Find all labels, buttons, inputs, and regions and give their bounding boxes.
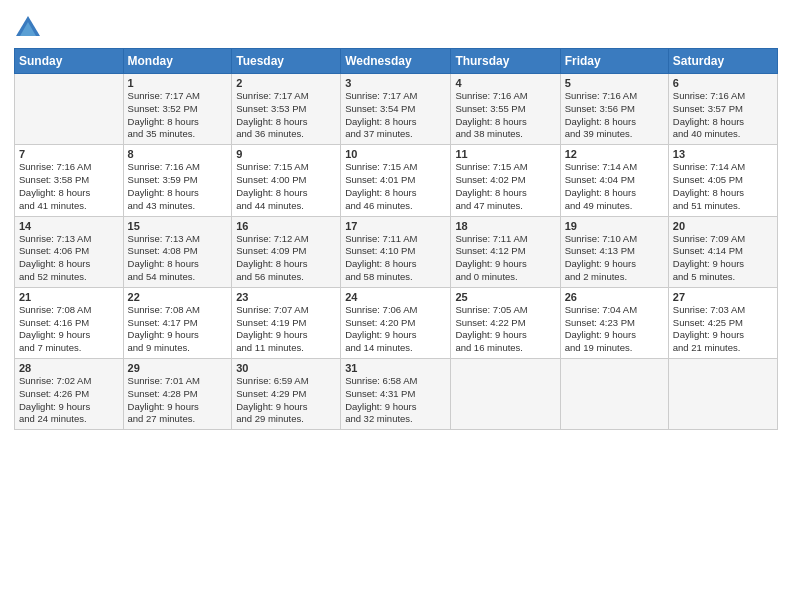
day-info: Sunrise: 7:02 AMSunset: 4:26 PMDaylight:…	[19, 375, 119, 426]
day-number: 31	[345, 362, 446, 374]
day-info: Sunrise: 7:08 AMSunset: 4:17 PMDaylight:…	[128, 304, 228, 355]
day-info: Sunrise: 7:10 AMSunset: 4:13 PMDaylight:…	[565, 233, 664, 284]
day-cell: 21Sunrise: 7:08 AMSunset: 4:16 PMDayligh…	[15, 287, 124, 358]
day-info: Sunrise: 7:13 AMSunset: 4:08 PMDaylight:…	[128, 233, 228, 284]
day-cell: 9Sunrise: 7:15 AMSunset: 4:00 PMDaylight…	[232, 145, 341, 216]
day-cell: 19Sunrise: 7:10 AMSunset: 4:13 PMDayligh…	[560, 216, 668, 287]
day-number: 3	[345, 77, 446, 89]
day-info: Sunrise: 7:17 AMSunset: 3:54 PMDaylight:…	[345, 90, 446, 141]
logo-icon	[14, 14, 42, 42]
day-info: Sunrise: 7:17 AMSunset: 3:52 PMDaylight:…	[128, 90, 228, 141]
day-info: Sunrise: 7:01 AMSunset: 4:28 PMDaylight:…	[128, 375, 228, 426]
calendar-table: SundayMondayTuesdayWednesdayThursdayFrid…	[14, 48, 778, 430]
day-cell: 7Sunrise: 7:16 AMSunset: 3:58 PMDaylight…	[15, 145, 124, 216]
day-number: 11	[455, 148, 555, 160]
week-row-3: 14Sunrise: 7:13 AMSunset: 4:06 PMDayligh…	[15, 216, 778, 287]
day-info: Sunrise: 7:17 AMSunset: 3:53 PMDaylight:…	[236, 90, 336, 141]
day-info: Sunrise: 7:16 AMSunset: 3:59 PMDaylight:…	[128, 161, 228, 212]
logo	[14, 14, 44, 42]
day-cell: 4Sunrise: 7:16 AMSunset: 3:55 PMDaylight…	[451, 74, 560, 145]
day-info: Sunrise: 7:08 AMSunset: 4:16 PMDaylight:…	[19, 304, 119, 355]
day-cell: 17Sunrise: 7:11 AMSunset: 4:10 PMDayligh…	[341, 216, 451, 287]
day-number: 24	[345, 291, 446, 303]
day-cell	[15, 74, 124, 145]
day-number: 25	[455, 291, 555, 303]
col-header-sunday: Sunday	[15, 49, 124, 74]
day-info: Sunrise: 7:03 AMSunset: 4:25 PMDaylight:…	[673, 304, 773, 355]
day-number: 28	[19, 362, 119, 374]
day-cell: 12Sunrise: 7:14 AMSunset: 4:04 PMDayligh…	[560, 145, 668, 216]
col-header-thursday: Thursday	[451, 49, 560, 74]
day-cell: 15Sunrise: 7:13 AMSunset: 4:08 PMDayligh…	[123, 216, 232, 287]
day-cell: 3Sunrise: 7:17 AMSunset: 3:54 PMDaylight…	[341, 74, 451, 145]
day-info: Sunrise: 7:15 AMSunset: 4:02 PMDaylight:…	[455, 161, 555, 212]
day-info: Sunrise: 7:04 AMSunset: 4:23 PMDaylight:…	[565, 304, 664, 355]
page-container: SundayMondayTuesdayWednesdayThursdayFrid…	[0, 0, 792, 440]
day-number: 2	[236, 77, 336, 89]
day-info: Sunrise: 7:15 AMSunset: 4:00 PMDaylight:…	[236, 161, 336, 212]
day-cell: 27Sunrise: 7:03 AMSunset: 4:25 PMDayligh…	[668, 287, 777, 358]
day-cell: 22Sunrise: 7:08 AMSunset: 4:17 PMDayligh…	[123, 287, 232, 358]
day-info: Sunrise: 7:12 AMSunset: 4:09 PMDaylight:…	[236, 233, 336, 284]
day-number: 12	[565, 148, 664, 160]
day-number: 18	[455, 220, 555, 232]
day-number: 22	[128, 291, 228, 303]
day-number: 26	[565, 291, 664, 303]
day-cell: 8Sunrise: 7:16 AMSunset: 3:59 PMDaylight…	[123, 145, 232, 216]
week-row-1: 1Sunrise: 7:17 AMSunset: 3:52 PMDaylight…	[15, 74, 778, 145]
header-row: SundayMondayTuesdayWednesdayThursdayFrid…	[15, 49, 778, 74]
day-cell: 1Sunrise: 7:17 AMSunset: 3:52 PMDaylight…	[123, 74, 232, 145]
day-info: Sunrise: 7:11 AMSunset: 4:10 PMDaylight:…	[345, 233, 446, 284]
day-number: 10	[345, 148, 446, 160]
day-number: 5	[565, 77, 664, 89]
day-info: Sunrise: 7:13 AMSunset: 4:06 PMDaylight:…	[19, 233, 119, 284]
day-number: 17	[345, 220, 446, 232]
day-number: 16	[236, 220, 336, 232]
day-cell: 2Sunrise: 7:17 AMSunset: 3:53 PMDaylight…	[232, 74, 341, 145]
day-cell: 29Sunrise: 7:01 AMSunset: 4:28 PMDayligh…	[123, 359, 232, 430]
day-info: Sunrise: 7:16 AMSunset: 3:55 PMDaylight:…	[455, 90, 555, 141]
day-cell: 20Sunrise: 7:09 AMSunset: 4:14 PMDayligh…	[668, 216, 777, 287]
day-cell: 14Sunrise: 7:13 AMSunset: 4:06 PMDayligh…	[15, 216, 124, 287]
day-number: 1	[128, 77, 228, 89]
day-cell	[560, 359, 668, 430]
day-info: Sunrise: 7:14 AMSunset: 4:05 PMDaylight:…	[673, 161, 773, 212]
day-info: Sunrise: 7:06 AMSunset: 4:20 PMDaylight:…	[345, 304, 446, 355]
day-number: 21	[19, 291, 119, 303]
day-cell	[451, 359, 560, 430]
day-cell: 16Sunrise: 7:12 AMSunset: 4:09 PMDayligh…	[232, 216, 341, 287]
week-row-4: 21Sunrise: 7:08 AMSunset: 4:16 PMDayligh…	[15, 287, 778, 358]
day-info: Sunrise: 6:58 AMSunset: 4:31 PMDaylight:…	[345, 375, 446, 426]
day-cell: 11Sunrise: 7:15 AMSunset: 4:02 PMDayligh…	[451, 145, 560, 216]
day-info: Sunrise: 7:07 AMSunset: 4:19 PMDaylight:…	[236, 304, 336, 355]
day-cell: 31Sunrise: 6:58 AMSunset: 4:31 PMDayligh…	[341, 359, 451, 430]
col-header-tuesday: Tuesday	[232, 49, 341, 74]
day-cell: 26Sunrise: 7:04 AMSunset: 4:23 PMDayligh…	[560, 287, 668, 358]
day-cell: 25Sunrise: 7:05 AMSunset: 4:22 PMDayligh…	[451, 287, 560, 358]
week-row-2: 7Sunrise: 7:16 AMSunset: 3:58 PMDaylight…	[15, 145, 778, 216]
day-cell: 13Sunrise: 7:14 AMSunset: 4:05 PMDayligh…	[668, 145, 777, 216]
day-cell: 24Sunrise: 7:06 AMSunset: 4:20 PMDayligh…	[341, 287, 451, 358]
day-number: 30	[236, 362, 336, 374]
day-info: Sunrise: 7:11 AMSunset: 4:12 PMDaylight:…	[455, 233, 555, 284]
day-cell: 28Sunrise: 7:02 AMSunset: 4:26 PMDayligh…	[15, 359, 124, 430]
col-header-friday: Friday	[560, 49, 668, 74]
week-row-5: 28Sunrise: 7:02 AMSunset: 4:26 PMDayligh…	[15, 359, 778, 430]
day-cell	[668, 359, 777, 430]
day-number: 23	[236, 291, 336, 303]
day-cell: 18Sunrise: 7:11 AMSunset: 4:12 PMDayligh…	[451, 216, 560, 287]
day-number: 6	[673, 77, 773, 89]
day-cell: 10Sunrise: 7:15 AMSunset: 4:01 PMDayligh…	[341, 145, 451, 216]
day-cell: 30Sunrise: 6:59 AMSunset: 4:29 PMDayligh…	[232, 359, 341, 430]
day-number: 15	[128, 220, 228, 232]
day-info: Sunrise: 6:59 AMSunset: 4:29 PMDaylight:…	[236, 375, 336, 426]
day-number: 14	[19, 220, 119, 232]
day-number: 13	[673, 148, 773, 160]
day-info: Sunrise: 7:14 AMSunset: 4:04 PMDaylight:…	[565, 161, 664, 212]
day-cell: 5Sunrise: 7:16 AMSunset: 3:56 PMDaylight…	[560, 74, 668, 145]
col-header-wednesday: Wednesday	[341, 49, 451, 74]
day-info: Sunrise: 7:15 AMSunset: 4:01 PMDaylight:…	[345, 161, 446, 212]
day-number: 4	[455, 77, 555, 89]
day-number: 27	[673, 291, 773, 303]
day-number: 20	[673, 220, 773, 232]
